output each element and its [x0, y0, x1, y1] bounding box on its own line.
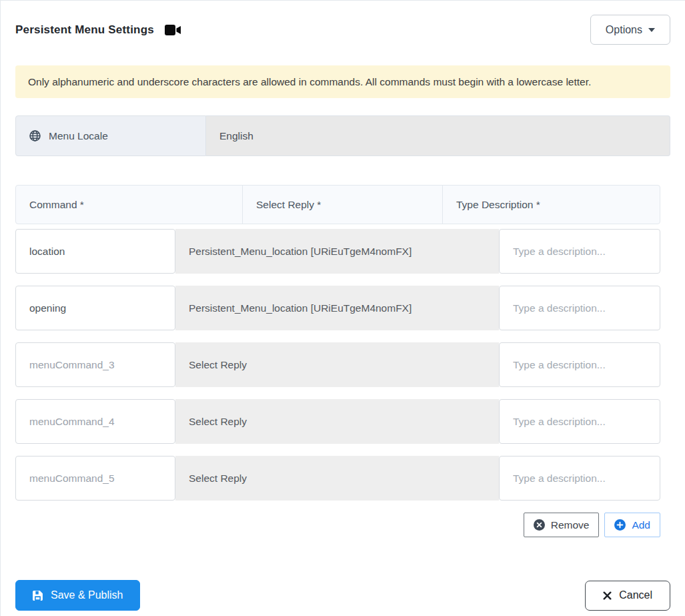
options-button-label: Options: [606, 24, 642, 36]
chevron-down-icon: [648, 28, 655, 32]
description-input[interactable]: [499, 342, 660, 387]
video-camera-icon: [165, 25, 181, 35]
column-header-type-description: Type Description *: [443, 186, 660, 224]
column-header-select-reply: Select Reply *: [243, 186, 443, 224]
options-button[interactable]: Options: [590, 15, 670, 45]
menu-locale-label: Menu Locale: [15, 115, 206, 156]
row-actions: Remove Add: [15, 513, 660, 537]
select-reply-dropdown[interactable]: Persistent_Menu_location [URiEuTgeM4nomF…: [175, 229, 499, 274]
add-button-label: Add: [632, 519, 650, 531]
command-row: Select Reply: [15, 456, 660, 501]
persistent-menu-settings-panel: Persistent Menu Settings Options Only al…: [0, 0, 685, 616]
select-reply-dropdown[interactable]: Persistent_Menu_location [URiEuTgeM4nomF…: [175, 286, 499, 330]
menu-locale-group: Menu Locale English: [15, 115, 670, 156]
select-reply-dropdown[interactable]: Select Reply: [175, 342, 499, 387]
select-reply-dropdown[interactable]: Select Reply: [175, 399, 499, 444]
command-row: Persistent_Menu_location [URiEuTgeM4nomF…: [15, 286, 660, 330]
description-input[interactable]: [499, 399, 660, 444]
save-icon: [32, 590, 43, 601]
remove-button[interactable]: Remove: [524, 513, 600, 537]
panel-footer: Save & Publish Cancel: [15, 580, 670, 611]
circle-plus-icon: [614, 519, 626, 531]
menu-locale-label-text: Menu Locale: [49, 130, 108, 142]
select-reply-dropdown[interactable]: Select Reply: [175, 456, 499, 501]
command-row: Persistent_Menu_location [URiEuTgeM4nomF…: [15, 229, 660, 274]
command-row: Select Reply: [15, 342, 660, 387]
command-input[interactable]: [15, 342, 175, 387]
alert-banner: Only alphanumeric and underscore charact…: [15, 65, 670, 98]
panel-header: Persistent Menu Settings Options: [15, 15, 670, 45]
x-icon: [603, 591, 612, 600]
command-input[interactable]: [15, 456, 175, 501]
description-input[interactable]: [499, 456, 660, 501]
command-input[interactable]: [15, 286, 175, 330]
column-header-command: Command *: [16, 186, 243, 224]
description-input[interactable]: [499, 286, 660, 330]
cancel-button-label: Cancel: [619, 589, 652, 601]
add-button[interactable]: Add: [604, 513, 660, 537]
table-header: Command * Select Reply * Type Descriptio…: [15, 185, 660, 224]
command-row: Select Reply: [15, 399, 660, 444]
command-rows: Persistent_Menu_location [URiEuTgeM4nomF…: [15, 229, 660, 501]
remove-button-label: Remove: [551, 519, 590, 531]
command-input[interactable]: [15, 399, 175, 444]
page-title: Persistent Menu Settings: [15, 23, 154, 37]
save-publish-button[interactable]: Save & Publish: [15, 580, 140, 611]
command-input[interactable]: [15, 229, 175, 274]
globe-icon: [29, 130, 41, 141]
menu-locale-select[interactable]: English: [206, 115, 670, 156]
circle-x-icon: [534, 519, 545, 531]
alert-text: Only alphanumeric and underscore charact…: [28, 76, 591, 88]
save-publish-button-label: Save & Publish: [51, 589, 123, 601]
cancel-button[interactable]: Cancel: [585, 581, 670, 611]
description-input[interactable]: [499, 229, 660, 274]
